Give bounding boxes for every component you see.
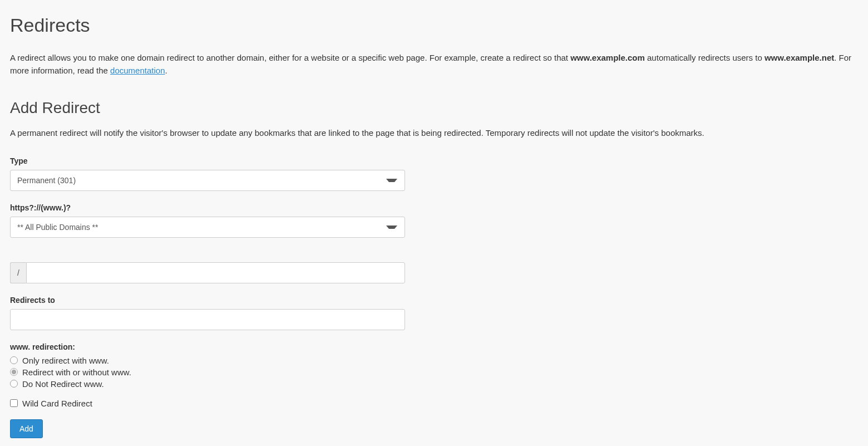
radio-only-www[interactable]	[10, 356, 18, 364]
radio-both-www[interactable]	[10, 368, 18, 376]
intro-bold1: www.example.com	[570, 53, 645, 62]
add-redirect-description: A permanent redirect will notify the vis…	[10, 127, 858, 140]
path-input[interactable]	[26, 262, 405, 283]
wildcard-checkbox[interactable]	[10, 399, 18, 407]
intro-part2: automatically redirects users to	[645, 53, 765, 62]
intro-bold2: www.example.net	[765, 53, 834, 62]
domain-select-wrap: ** All Public Domains **	[10, 217, 405, 238]
redirects-to-label: Redirects to	[10, 296, 405, 305]
radio-only-www-label: Only redirect with www.	[22, 356, 109, 365]
intro-text: A redirect allows you to make one domain…	[10, 52, 858, 77]
domain-select[interactable]: ** All Public Domains **	[10, 217, 405, 238]
type-select-wrap: Permanent (301)	[10, 170, 405, 191]
intro-part1: A redirect allows you to make one domain…	[10, 53, 570, 62]
type-label: Type	[10, 156, 405, 165]
radio-no-www-label: Do Not Redirect www.	[22, 379, 104, 389]
documentation-link[interactable]: documentation	[110, 66, 165, 75]
www-redirection-label: www. redirection:	[10, 342, 858, 351]
intro-part4: .	[165, 66, 167, 75]
radio-no-www[interactable]	[10, 380, 18, 388]
page-title: Redirects	[10, 14, 858, 36]
path-input-group: /	[10, 262, 405, 283]
type-select[interactable]: Permanent (301)	[10, 170, 405, 191]
domain-label: https?://(www.)?	[10, 203, 405, 212]
path-prefix: /	[10, 262, 26, 283]
redirects-to-input[interactable]	[10, 309, 405, 330]
add-redirect-heading: Add Redirect	[10, 99, 858, 117]
radio-both-www-label: Redirect with or without www.	[22, 367, 131, 377]
add-button[interactable]: Add	[10, 419, 43, 438]
wildcard-label: Wild Card Redirect	[22, 399, 92, 408]
